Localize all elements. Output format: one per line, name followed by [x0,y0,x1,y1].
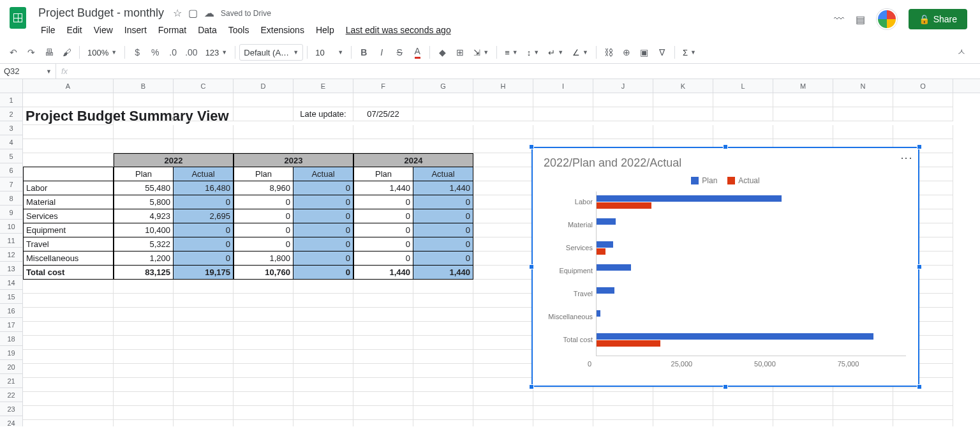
cell[interactable]: 0 [413,209,473,223]
cell[interactable]: Actual [413,167,473,181]
row-20[interactable]: 20 [0,360,22,374]
cell[interactable] [174,107,234,121]
cell[interactable] [293,336,353,350]
cell[interactable] [293,378,353,392]
cell[interactable] [293,294,353,308]
cell[interactable] [413,336,473,350]
comments-icon[interactable]: ▤ [856,13,865,26]
cell[interactable] [473,195,533,209]
cell[interactable] [293,406,353,420]
cell[interactable] [473,181,533,195]
font-select[interactable]: Default (Ari...▼ [239,44,303,61]
decrease-decimal-button[interactable]: .0 [165,44,181,61]
col-H[interactable]: H [473,79,533,93]
cell[interactable]: Plan [114,167,174,181]
borders-button[interactable]: ⊞ [452,44,468,61]
menu-view[interactable]: View [89,22,118,38]
row-13[interactable]: 13 [0,262,22,276]
cell[interactable] [653,406,713,420]
cell[interactable] [23,350,114,364]
cell[interactable] [473,223,533,237]
cell[interactable]: 1,200 [114,252,174,266]
cell[interactable] [23,364,114,378]
cell[interactable]: 10,760 [234,266,293,280]
row-7[interactable]: 7 [0,177,22,191]
cell[interactable] [353,420,413,426]
share-button[interactable]: 🔒 Share [909,9,967,29]
cell[interactable] [473,237,533,252]
fill-color-button[interactable]: ◆ [434,44,450,61]
cell[interactable] [234,294,293,308]
account-avatar[interactable] [877,9,897,29]
cell[interactable] [413,107,473,121]
cell[interactable] [413,93,473,107]
row-15[interactable]: 15 [0,290,22,304]
cell[interactable] [473,153,533,167]
cell[interactable]: 2023 [234,153,353,167]
col-C[interactable]: C [174,79,234,93]
cell[interactable] [473,209,533,223]
cell[interactable]: 0 [353,223,413,237]
last-edit-link[interactable]: Last edit was seconds ago [341,22,456,38]
cell[interactable]: 0 [174,237,234,252]
cell[interactable]: 4,923 [114,209,174,223]
cell[interactable]: 83,125 [114,266,174,280]
cell[interactable] [533,93,593,107]
cell[interactable] [773,125,833,139]
cell[interactable] [893,125,953,139]
cell[interactable]: 1,440 [353,266,413,280]
filter-button[interactable]: ∇ [654,44,671,61]
cell[interactable] [593,406,653,420]
cell[interactable]: 0 [413,223,473,237]
italic-button[interactable]: I [373,44,390,61]
cell[interactable] [533,107,593,121]
cell[interactable] [174,406,234,420]
collapse-toolbar-button[interactable]: ㅅ [953,44,970,61]
row-2[interactable]: 2 [0,107,22,121]
cell[interactable] [114,378,174,392]
cell[interactable] [23,308,114,322]
strikethrough-button[interactable]: S [391,44,408,61]
sheets-logo[interactable] [5,5,31,31]
cell[interactable]: 5,800 [114,195,174,209]
cell[interactable] [473,364,533,378]
cell[interactable]: Plan [234,167,293,181]
cell[interactable] [23,153,114,167]
cell[interactable] [114,420,174,426]
row-21[interactable]: 21 [0,374,22,388]
cell[interactable] [593,107,653,121]
cell[interactable] [473,252,533,266]
cell[interactable] [353,364,413,378]
cell[interactable] [353,280,413,294]
cell[interactable] [833,125,893,139]
valign-button[interactable]: ↕▼ [523,44,543,61]
cell[interactable]: 0 [353,237,413,252]
cell[interactable]: 0 [413,252,473,266]
row-9[interactable]: 9 [0,206,22,220]
row-18[interactable]: 18 [0,332,22,346]
cell[interactable] [293,350,353,364]
cell[interactable] [413,392,473,406]
cell[interactable] [293,308,353,322]
cell[interactable] [23,167,114,181]
cell[interactable] [114,406,174,420]
cell[interactable] [23,322,114,336]
cell[interactable] [23,125,114,139]
cell[interactable]: 1,440 [413,181,473,195]
col-F[interactable]: F [353,79,413,93]
cell[interactable]: 5,322 [114,237,174,252]
cell[interactable] [114,93,174,107]
cell[interactable] [293,392,353,406]
cell[interactable] [234,378,293,392]
resize-handle[interactable] [723,384,728,389]
cell[interactable] [413,378,473,392]
cell[interactable] [174,336,234,350]
cell[interactable] [713,420,773,426]
row-8[interactable]: 8 [0,191,22,206]
cell[interactable] [413,280,473,294]
font-size-select[interactable]: 10▼ [311,44,347,61]
cell[interactable] [234,308,293,322]
cell[interactable] [833,420,893,426]
cell[interactable] [23,280,114,294]
cell[interactable]: Total cost [23,266,114,280]
